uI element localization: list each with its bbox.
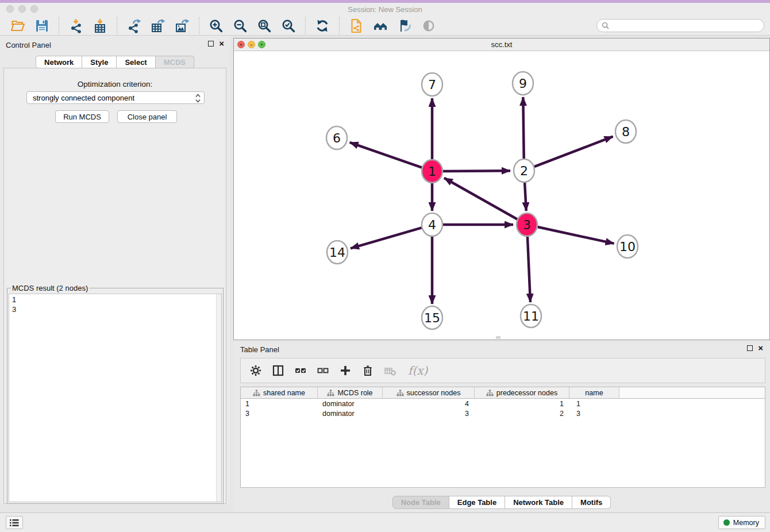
graph-node-9[interactable]: 9	[513, 72, 533, 95]
memory-button[interactable]: Memory	[718, 516, 765, 529]
graph-edge-2-9[interactable]	[523, 97, 523, 160]
tab-edge-table[interactable]: Edge Table	[449, 496, 505, 509]
column-header-name[interactable]: name	[569, 387, 619, 398]
tab-mcds[interactable]: MCDS	[156, 56, 194, 68]
search-field[interactable]	[596, 19, 764, 32]
show-columns-icon[interactable]	[271, 364, 285, 377]
close-panel-button[interactable]: Close panel	[117, 110, 177, 123]
graph-node-15[interactable]: 15	[422, 306, 442, 329]
graph-edge-2-3[interactable]	[525, 182, 526, 211]
tab-motifs[interactable]: Motifs	[572, 496, 611, 509]
zoom-out-icon[interactable]	[232, 18, 248, 34]
table-cell-successor-nodes[interactable]: 3	[383, 408, 475, 418]
graph-edge-3-1[interactable]	[444, 178, 518, 219]
home-neighbors-icon[interactable]	[372, 18, 388, 34]
refresh-layout-icon[interactable]	[314, 18, 330, 34]
column-header-mcds-role[interactable]: MCDS role	[318, 387, 383, 398]
search-input[interactable]	[612, 21, 759, 30]
table-cell-shared-name[interactable]: 3	[241, 408, 318, 418]
graph-node-11[interactable]: 11	[521, 304, 541, 327]
graph-edge-2-8[interactable]	[534, 137, 613, 167]
tab-network-table[interactable]: Network Table	[505, 496, 572, 509]
result-scrollbar[interactable]	[216, 294, 221, 502]
unselect-all-columns-icon[interactable]	[316, 364, 330, 377]
table-cell-successor-nodes[interactable]: 4	[383, 399, 475, 408]
tab-node-table[interactable]: Node Table	[392, 496, 449, 509]
float-table-panel-icon[interactable]	[747, 345, 753, 351]
svg-text:10: 10	[619, 240, 636, 254]
column-header-successor-nodes[interactable]: successor nodes	[383, 387, 475, 398]
table-cell-name[interactable]: 1	[569, 399, 619, 408]
network-from-selection-icon[interactable]	[348, 18, 364, 34]
save-session-icon[interactable]	[34, 18, 50, 34]
table-header-filler	[619, 387, 765, 398]
table-cell-predecessor-nodes[interactable]: 1	[475, 399, 569, 408]
table-options-gear-icon[interactable]	[249, 364, 263, 377]
table-cell-mcds-role[interactable]: dominator	[318, 399, 383, 408]
tab-network[interactable]: Network	[36, 56, 82, 68]
float-panel-icon[interactable]	[208, 41, 214, 47]
tab-style[interactable]: Style	[82, 56, 117, 68]
window-title: Session: New Session	[0, 5, 770, 14]
graph-edge-1-6[interactable]	[350, 142, 422, 168]
open-session-icon[interactable]	[10, 18, 26, 34]
graph-node-4[interactable]: 4	[422, 213, 442, 236]
canvas-resize-handle[interactable]	[496, 336, 500, 339]
status-bar: Memory	[0, 512, 770, 532]
graph-node-10[interactable]: 10	[617, 235, 638, 258]
node-table[interactable]: shared nameMCDS rolesuccessor nodesprede…	[240, 387, 765, 488]
import-network-icon[interactable]	[68, 18, 84, 34]
zoom-in-icon[interactable]	[208, 18, 224, 34]
table-cell-mcds-role[interactable]: dominator	[318, 408, 383, 418]
tab-select[interactable]: Select	[117, 56, 155, 68]
optimization-dropdown[interactable]: strongly connected component	[26, 91, 205, 104]
run-mcds-button[interactable]: Run MCDS	[55, 110, 109, 123]
console-toggle-button[interactable]	[6, 516, 23, 529]
table-row[interactable]: 3dominator323	[241, 408, 765, 418]
network-graph[interactable]: 7968124314101511	[234, 51, 769, 340]
export-network-icon[interactable]	[126, 18, 142, 34]
create-column-plus-icon[interactable]	[338, 364, 352, 377]
svg-text:11: 11	[523, 309, 539, 323]
table-header-row: shared nameMCDS rolesuccessor nodesprede…	[241, 387, 765, 399]
graph-node-14[interactable]: 14	[327, 241, 348, 264]
graphics-detail-eye-icon[interactable]	[421, 18, 437, 34]
graph-node-3[interactable]: 3	[517, 213, 537, 236]
graph-edge-1-2[interactable]	[443, 171, 510, 171]
titlebar: Session: New Session	[0, 3, 770, 16]
column-header-predecessor-nodes[interactable]: predecessor nodes	[475, 387, 569, 398]
select-all-columns-icon[interactable]	[294, 364, 307, 377]
graph-edge-3-11[interactable]	[528, 236, 530, 302]
network-canvas[interactable]: 7968124314101511	[234, 51, 769, 340]
graph-node-6[interactable]: 6	[326, 126, 347, 149]
list-icon	[9, 518, 20, 527]
graph-node-8[interactable]: 8	[615, 120, 636, 143]
table-row[interactable]: 1dominator411	[241, 399, 765, 408]
import-table-icon[interactable]	[92, 18, 108, 34]
export-image-icon[interactable]	[174, 18, 190, 34]
search-icon	[602, 22, 609, 29]
zoom-selected-icon[interactable]	[280, 18, 297, 34]
apply-style-icon[interactable]	[396, 18, 413, 34]
column-header-shared-name[interactable]: shared name	[241, 387, 318, 398]
table-cell-name[interactable]: 3	[569, 408, 619, 418]
delete-table-icon-disabled	[383, 364, 397, 377]
graph-edge-4-14[interactable]	[351, 228, 422, 248]
svg-text:6: 6	[333, 131, 341, 145]
mcds-result-textarea[interactable]: 1 3	[9, 294, 222, 502]
zoom-fit-icon[interactable]	[256, 18, 272, 34]
graph-node-7[interactable]: 7	[422, 73, 442, 96]
close-panel-icon[interactable]: ×	[219, 41, 224, 47]
svg-text:4: 4	[428, 218, 436, 232]
table-cell-shared-name[interactable]: 1	[241, 399, 318, 408]
mcds-result-text: 1 3	[9, 294, 221, 315]
table-cell-predecessor-nodes[interactable]: 2	[475, 408, 569, 418]
delete-column-trash-icon[interactable]	[361, 364, 375, 377]
network-window-titlebar[interactable]: × – + scc.txt	[234, 38, 769, 51]
svg-text:2: 2	[520, 164, 528, 178]
close-table-panel-icon[interactable]: ×	[758, 345, 763, 351]
graph-node-2[interactable]: 2	[514, 159, 534, 182]
graph-node-1[interactable]: 1	[422, 160, 442, 183]
export-table-icon[interactable]	[150, 18, 166, 34]
graph-edge-3-10[interactable]	[538, 227, 614, 244]
